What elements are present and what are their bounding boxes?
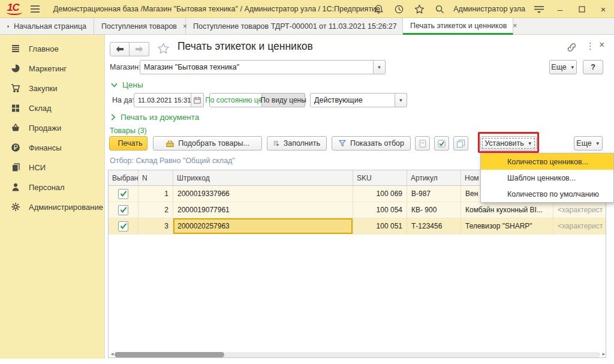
tab-home[interactable]: Начальная страница <box>0 18 94 35</box>
search-icon[interactable] <box>429 0 450 18</box>
current-user[interactable]: Администратор узла <box>453 5 525 13</box>
show-filter-button[interactable]: Показать отбор <box>332 136 411 151</box>
form-more-button[interactable]: Еще▼ <box>549 60 577 74</box>
toolbar-more-button[interactable]: Еще▼ <box>574 136 603 151</box>
sidebar-item-personnel[interactable]: Персонал <box>0 178 105 196</box>
barcode-cell[interactable]: 2000019077961 <box>173 202 353 218</box>
price-state-dropdown-icon[interactable]: ▼ <box>395 93 407 107</box>
characteristic-cell[interactable]: <характерист <box>553 218 606 234</box>
sidebar-item-warehouse[interactable]: Склад <box>0 99 105 117</box>
scroll-right-icon[interactable]: ► <box>601 351 606 357</box>
prices-section-header[interactable]: Цены <box>111 80 143 89</box>
characteristic-cell[interactable]: <характерист <box>553 202 606 218</box>
n-cell[interactable]: 1 <box>139 186 173 202</box>
sidebar-item-label: Персонал <box>29 183 65 192</box>
favorites-icon[interactable] <box>409 0 429 18</box>
checkbox-checked-icon[interactable] <box>118 189 128 199</box>
back-button[interactable] <box>110 42 130 56</box>
menu-item-default-quantity[interactable]: Количество по умолчанию <box>481 186 613 202</box>
sidebar-item-marketing[interactable]: Маркетинг <box>0 59 105 77</box>
checkbox-checked-icon[interactable] <box>118 205 128 215</box>
menu-item-price-tag-quantity[interactable]: Количество ценников... <box>481 154 613 170</box>
barcode-cell[interactable]: 2000019337966 <box>173 186 353 202</box>
close-form-icon[interactable]: × <box>599 40 604 50</box>
calendar-icon[interactable] <box>191 93 204 107</box>
help-button[interactable]: ? <box>583 60 603 74</box>
column-header-article[interactable]: Артикул <box>407 170 461 185</box>
tab-print-labels[interactable]: Печать этикеток и ценников × <box>403 18 513 35</box>
main-menu-icon[interactable] <box>30 5 40 13</box>
sidebar-item-nsi[interactable]: НСИ <box>0 158 105 176</box>
get-link-icon[interactable] <box>567 43 577 52</box>
table-row[interactable]: 2 2000019077961 100 054 КВ- 900 Комбайн … <box>109 202 606 218</box>
column-header-sku[interactable]: SKU <box>353 170 407 185</box>
grid-icon <box>11 103 21 113</box>
menu-item-price-tag-template[interactable]: Шаблон ценников... <box>481 170 613 186</box>
sidebar-item-label: Администрирование <box>29 203 103 212</box>
store-input[interactable]: Магазин "Бытовая техника" <box>140 60 374 74</box>
pick-goods-button[interactable]: Подобрать товары... <box>153 136 262 151</box>
fill-button[interactable]: Заполнить <box>267 136 327 151</box>
maximize-button[interactable] <box>571 0 592 18</box>
column-header-n[interactable]: N <box>139 170 173 185</box>
horizontal-scrollbar[interactable] <box>115 352 600 357</box>
minimize-button[interactable]: – <box>549 0 571 18</box>
table-row-current[interactable]: 3 2000020257963 100 051 Т-123456 Телевиз… <box>109 218 606 234</box>
article-cell[interactable]: В-987 <box>407 186 461 202</box>
segment-by-price-kind[interactable]: По виду цены <box>262 93 305 107</box>
n-cell[interactable]: 3 <box>139 218 173 234</box>
sku-cell[interactable]: 100 054 <box>353 202 407 218</box>
user-menu-icon[interactable] <box>529 0 549 18</box>
sidebar-item-label: НСИ <box>29 163 46 172</box>
sidebar-item-finance[interactable]: Финансы <box>0 139 105 157</box>
sku-cell[interactable]: 100 051 <box>353 218 407 234</box>
tab-goods-receipt-doc[interactable]: Поступление товаров ТДРТ-000001 от 11.03… <box>186 18 403 35</box>
set-dropdown-menu: Количество ценников... Шаблон ценников..… <box>480 153 614 203</box>
set-button[interactable]: Установить▼ <box>480 136 537 151</box>
segment-by-price-state[interactable]: По состоянию цен <box>209 93 262 107</box>
sidebar-item-administration[interactable]: Администрирование <box>0 198 105 216</box>
date-input[interactable]: 11.03.2021 15:31:37 <box>134 93 191 107</box>
store-dropdown-icon[interactable]: ▼ <box>374 60 386 74</box>
n-cell[interactable]: 2 <box>139 202 173 218</box>
sidebar-item-sales[interactable]: Продажи <box>0 119 105 137</box>
chevron-collapsed-icon <box>111 114 116 121</box>
scrollbar-thumb[interactable] <box>115 352 224 357</box>
button-label: Заполнить <box>284 139 320 148</box>
article-cell[interactable]: КВ- 900 <box>407 202 461 218</box>
scroll-left-icon[interactable]: ◄ <box>110 351 115 357</box>
price-state-select[interactable]: Действующие <box>310 93 395 107</box>
button-label: Печать <box>118 139 143 148</box>
sidebar-item-label: Финансы <box>29 143 62 152</box>
history-icon[interactable] <box>389 0 409 18</box>
sidebar-item-label: Маркетинг <box>29 64 67 73</box>
tab-goods-receipts[interactable]: Поступления товаров × <box>94 18 186 35</box>
tab-label: Начальная страница <box>14 22 86 31</box>
chevron-down-icon: ▼ <box>595 141 600 146</box>
copy-icon-button[interactable] <box>453 136 468 151</box>
cart-icon <box>11 83 21 93</box>
fill-icon <box>273 139 280 148</box>
nomenclature-cell[interactable]: Комбайн кухонный BI... <box>461 202 553 218</box>
column-header-checked[interactable]: Выбран <box>109 170 139 185</box>
nomenclature-cell[interactable]: Телевизор "SHARP" <box>461 218 553 234</box>
print-button[interactable]: Печать <box>109 136 148 151</box>
checkbox-icon-button[interactable] <box>434 136 449 151</box>
sidebar-item-purchases[interactable]: Закупки <box>0 79 105 97</box>
article-cell[interactable]: Т-123456 <box>407 218 461 234</box>
document-icon-button[interactable] <box>415 136 430 151</box>
print-from-doc-section-header[interactable]: Печать из документа <box>111 113 199 122</box>
kebab-menu-icon[interactable]: ⋮ <box>586 41 595 52</box>
close-window-button[interactable]: × <box>592 0 614 18</box>
favorite-star-icon[interactable] <box>157 43 170 55</box>
section-label: Печать из документа <box>121 113 199 122</box>
column-header-barcode[interactable]: Штрихкод <box>173 170 353 185</box>
more-label: Еще <box>551 63 566 71</box>
checkbox-checked-icon[interactable] <box>118 221 128 231</box>
notifications-icon[interactable] <box>368 0 389 18</box>
sidebar-item-main[interactable]: Главное <box>0 40 105 58</box>
sku-cell[interactable]: 100 069 <box>353 186 407 202</box>
tab-close-icon[interactable]: × <box>513 22 517 30</box>
forward-button[interactable] <box>130 42 149 56</box>
barcode-cell-selected[interactable]: 2000020257963 <box>173 218 353 234</box>
